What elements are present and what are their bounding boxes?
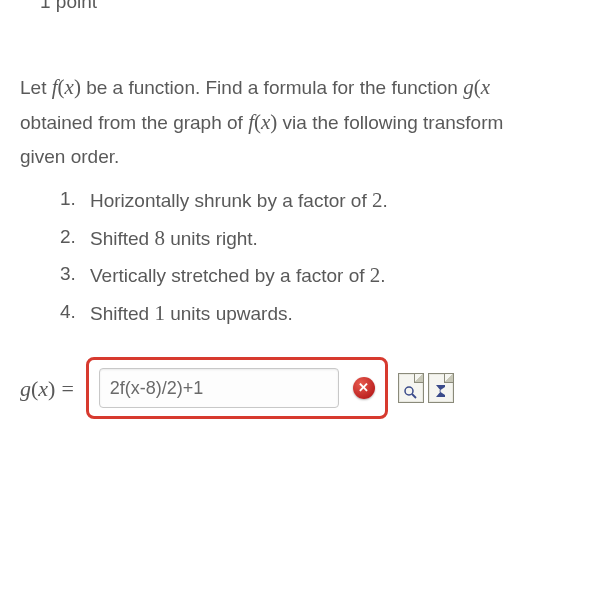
math-fx-2: f(x) — [248, 110, 277, 134]
item-value: 8 — [154, 226, 165, 250]
svg-line-1 — [412, 394, 416, 398]
gx-equals-label: g(x)= — [20, 372, 74, 405]
transform-list: 1. Horizontally shrunk by a factor of 2.… — [60, 185, 572, 329]
list-item: 3. Vertically stretched by a factor of 2… — [60, 260, 572, 292]
q-text-1: Let — [20, 77, 52, 98]
list-item: 1. Horizontally shrunk by a factor of 2. — [60, 185, 572, 217]
q-text-5: given order. — [20, 143, 572, 172]
list-item: 2. Shifted 8 units right. — [60, 223, 572, 255]
item-text-post: . — [380, 265, 385, 286]
item-number: 1. — [60, 185, 80, 217]
item-text-post: . — [382, 190, 387, 211]
points-label: 1 point — [40, 0, 572, 17]
label-x: x — [38, 376, 48, 401]
item-text-pre: Shifted — [90, 228, 154, 249]
answer-input[interactable] — [99, 368, 339, 408]
svg-point-0 — [405, 387, 413, 395]
item-number: 3. — [60, 260, 80, 292]
item-text-pre: Vertically stretched by a factor of — [90, 265, 370, 286]
item-value: 2 — [372, 188, 383, 212]
sigma-doc-icon[interactable] — [428, 373, 454, 403]
error-x: ✕ — [358, 378, 369, 398]
q-text-4: via the following transform — [277, 112, 503, 133]
math-fx: f(x) — [52, 75, 81, 99]
preview-doc-icon[interactable] — [398, 373, 424, 403]
error-icon[interactable]: ✕ — [353, 377, 375, 399]
list-item: 4. Shifted 1 units upwards. — [60, 298, 572, 330]
q-text-3: obtained from the graph of — [20, 112, 248, 133]
item-number: 2. — [60, 223, 80, 255]
question-prompt: Let f(x) be a function. Find a formula f… — [20, 72, 572, 172]
math-gx-partial: g(x — [463, 75, 490, 99]
tool-icons — [398, 373, 454, 403]
item-text-pre: Horizontally shrunk by a factor of — [90, 190, 372, 211]
item-value: 2 — [370, 263, 381, 287]
item-text-post: units upwards. — [165, 303, 293, 324]
answer-input-container: ✕ — [86, 357, 388, 419]
item-text-post: units right. — [165, 228, 258, 249]
item-text-pre: Shifted — [90, 303, 154, 324]
item-number: 4. — [60, 298, 80, 330]
answer-row: g(x)= ✕ — [20, 357, 572, 419]
item-value: 1 — [154, 301, 165, 325]
q-text-2: be a function. Find a formula for the fu… — [81, 77, 463, 98]
label-equals: = — [61, 376, 73, 401]
label-g: g — [20, 376, 31, 401]
